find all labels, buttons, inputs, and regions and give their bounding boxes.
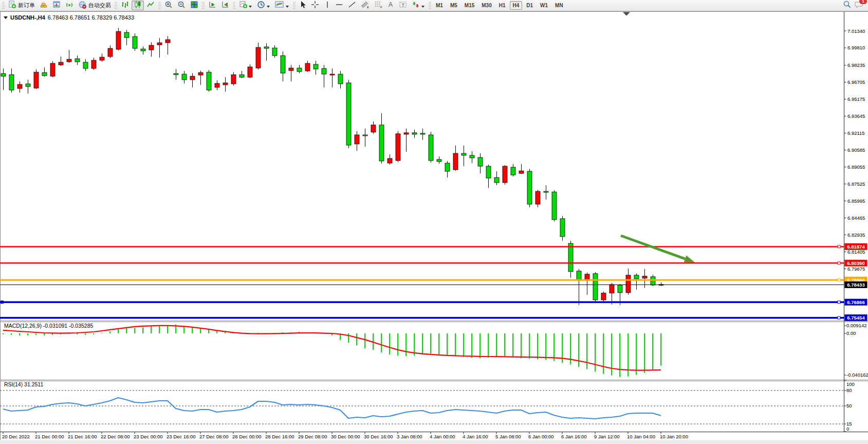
text-tool-button[interactable]: A (385, 1, 396, 10)
candle-body-bull (642, 276, 647, 278)
price-tick-label[interactable]: 6.93645 (847, 113, 865, 119)
chart-shift-button[interactable] (206, 1, 218, 10)
hline-anchor[interactable] (1, 300, 4, 304)
tile-windows-icon (190, 1, 198, 11)
hline-handle[interactable] (838, 301, 840, 304)
time-tick-label[interactable]: 28 Dec 00:00 (232, 434, 262, 439)
price-tick-label[interactable]: 6.92115 (847, 130, 865, 136)
symbol-dropdown-icon[interactable] (4, 16, 8, 19)
timeframe-m15-button[interactable]: M15 (461, 1, 477, 10)
arrows-tool-button[interactable] (410, 1, 427, 10)
time-tick-label[interactable]: 9 Jan 12:00 (594, 434, 620, 439)
candle-body-bull (116, 31, 121, 49)
text-label-tool-button[interactable]: T (397, 1, 409, 10)
periods-button[interactable] (255, 1, 272, 10)
time-tick-label[interactable]: 28 Dec 16:00 (265, 434, 294, 439)
candle-body-bull (626, 275, 631, 293)
timeframe-mn-button[interactable]: MN (552, 1, 566, 10)
templates-button[interactable] (273, 1, 291, 10)
timeframe-h1-button[interactable]: H1 (496, 1, 509, 10)
price-tick-label[interactable]: 6.85995 (847, 198, 865, 204)
candle-body-bull (396, 134, 400, 161)
hline-handle[interactable] (838, 262, 840, 264)
timeframe-m1-button[interactable]: M1 (433, 1, 446, 10)
candle-body-bear (1, 74, 6, 76)
price-badge-label: 6.78433 (847, 282, 864, 288)
gold-button[interactable] (38, 1, 50, 10)
toolbar-grip (158, 2, 161, 9)
price-tick-label[interactable]: 6.84465 (847, 215, 865, 221)
time-tick-label[interactable]: 20 Dec 2022 (2, 434, 30, 439)
fibonacci-tool-button[interactable]: F (372, 1, 385, 10)
cursor-tool-button[interactable] (297, 1, 308, 10)
chart-canvas[interactable]: 7.013406.998106.982356.967056.951756.936… (0, 11, 868, 444)
time-tick-label[interactable]: 4 Jan 00:00 (430, 434, 455, 439)
hline-handle[interactable] (838, 279, 840, 281)
new-order-button[interactable]: 新订单 (6, 1, 37, 10)
time-tick-label[interactable]: 5 Jan 08:00 (495, 434, 521, 439)
time-tick-label[interactable]: 30 Dec 00:00 (331, 434, 360, 439)
time-tick-label[interactable]: 30 Dec 16:00 (364, 434, 393, 439)
trendline-tool-button[interactable] (346, 1, 358, 10)
time-tick-label[interactable]: 23 Dec 16:00 (167, 434, 196, 439)
price-tick-label[interactable]: 6.87525 (847, 181, 865, 187)
candle-body-bull (503, 166, 507, 183)
crosshair-tool-button[interactable] (309, 1, 321, 10)
channel-tool-button[interactable]: E (359, 1, 372, 10)
add-indicator-button[interactable] (237, 1, 254, 10)
market-watch-button[interactable] (50, 1, 63, 10)
autotrading-button[interactable]: 自动交易 (76, 1, 113, 10)
price-tick-label[interactable]: 7.01340 (847, 28, 865, 34)
candle-body-bull (610, 285, 614, 293)
time-tick-label[interactable]: 10 Jan 20:00 (660, 434, 688, 439)
candle-body-bear (634, 275, 639, 279)
macd-indicator-label: MACD(12,26,9) -0.031091 -0.035285 (4, 323, 93, 329)
crosshair-icon (311, 1, 319, 11)
time-tick-label[interactable]: 22 Dec 08:00 (101, 434, 130, 439)
timeframe-h4-button[interactable]: H4 (510, 1, 523, 10)
time-tick-label[interactable]: 27 Dec 08:00 (199, 434, 229, 439)
candlestick-icon (134, 1, 142, 11)
price-tick-label[interactable]: 6.98235 (847, 62, 865, 68)
candle-body-bull (215, 83, 219, 87)
ohlc-readout: 6.78463 6.78651 6.78329 6.78433 (48, 14, 134, 21)
horizontal-line-tool-button[interactable] (333, 1, 345, 10)
timeframe-d1-button[interactable]: D1 (523, 1, 536, 10)
signals-button[interactable] (63, 1, 76, 10)
price-tick-label[interactable]: 6.90585 (847, 147, 865, 153)
time-tick-label[interactable]: 4 Jan 16:00 (463, 434, 488, 439)
chat-button[interactable]: 1 (855, 1, 864, 11)
timeframe-w1-button[interactable]: W1 (537, 1, 551, 10)
timeframe-m30-button[interactable]: M30 (478, 1, 494, 10)
chart-autoscroll-button[interactable] (219, 1, 231, 10)
zoom-in-button[interactable] (162, 1, 175, 10)
chart-window: 7.013406.998106.982356.967056.951756.936… (0, 11, 868, 444)
zoom-out-button[interactable] (175, 1, 188, 10)
price-tick-label[interactable]: 6.79875 (847, 266, 865, 272)
search-icon[interactable] (843, 0, 852, 11)
time-tick-label[interactable]: 3 Jan 08:00 (397, 434, 422, 439)
line-chart-mode-button[interactable] (144, 1, 157, 10)
hline-handle[interactable] (838, 316, 840, 319)
time-tick-label[interactable]: 6 Jan 16:00 (561, 434, 587, 439)
vertical-line-tool-button[interactable] (322, 1, 333, 10)
time-tick-label[interactable]: 21 Dec 16:00 (68, 434, 97, 439)
time-tick-label[interactable]: 6 Jan 00:00 (528, 434, 554, 439)
price-tick-label[interactable]: 6.95175 (847, 96, 865, 102)
hline-handle[interactable] (838, 245, 840, 248)
candlestick-mode-button[interactable] (132, 1, 144, 10)
tile-windows-button[interactable] (188, 1, 200, 10)
candle-body-bear (124, 32, 129, 38)
price-tick-label[interactable]: 6.89055 (847, 164, 865, 170)
timeframe-m5-button[interactable]: M5 (447, 1, 460, 10)
price-tick-label[interactable]: 6.99810 (847, 45, 865, 50)
time-tick-label[interactable]: 29 Dec 08:00 (298, 434, 327, 439)
time-tick-label[interactable]: 10 Jan 04:00 (627, 434, 655, 439)
rsi-tick-label: 100 (846, 381, 855, 387)
time-tick-label[interactable]: 21 Dec 00:00 (35, 434, 64, 439)
price-tick-label[interactable]: 6.96705 (847, 79, 865, 85)
price-tick-label[interactable]: 6.82935 (847, 232, 865, 238)
bar-chart-mode-button[interactable] (119, 1, 131, 10)
time-tick-label[interactable]: 23 Dec 00:00 (134, 434, 163, 439)
line-chart-icon (146, 1, 155, 11)
